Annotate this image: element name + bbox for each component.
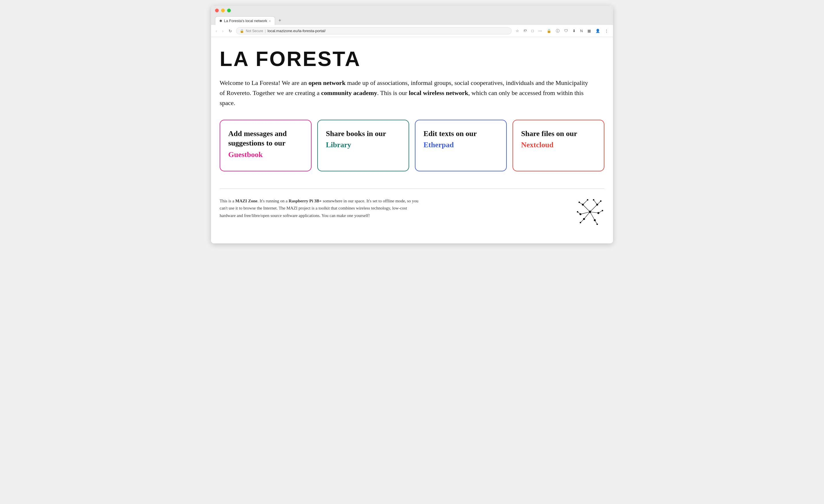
guestbook-link[interactable]: Guestbook — [228, 150, 303, 159]
library-card-title: Share books in our — [326, 129, 401, 139]
svg-line-4 — [584, 212, 590, 219]
intro-paragraph: Welcome to La Foresta! We are an open ne… — [220, 78, 593, 108]
security-icon: 🔒 — [240, 29, 244, 33]
tab-title: La Foresta's local network — [224, 19, 267, 23]
nextcloud-link[interactable]: Nextcloud — [521, 141, 596, 149]
close-window-button[interactable] — [215, 9, 219, 12]
library-link[interactable]: Library — [326, 141, 401, 149]
svg-point-27 — [580, 222, 581, 223]
svg-point-17 — [598, 212, 600, 214]
footer-text: This is a MAZI Zone. It's running on a R… — [220, 198, 421, 220]
url-display: local.mazizone.eu/la-foresta-portal/ — [268, 29, 326, 33]
download-icon[interactable]: ⬇ — [571, 28, 577, 33]
more-icon[interactable]: ⋯ — [537, 28, 543, 33]
minimize-window-button[interactable] — [221, 9, 225, 12]
etherpad-link[interactable]: Etherpad — [423, 141, 498, 149]
footer-divider — [220, 188, 604, 189]
tab-close-button[interactable]: × — [269, 19, 271, 23]
browser-toolbar-icons: ☆ f? □ ⋯ 🔒 ⓘ 🛡 ⬇ N ▦ 👤 ⋮ — [514, 28, 610, 34]
bookmark-icon[interactable]: ☆ — [514, 28, 520, 33]
not-secure-label: Not Secure — [246, 29, 263, 33]
svg-point-21 — [579, 202, 580, 203]
svg-point-24 — [593, 199, 594, 200]
svg-point-15 — [582, 204, 584, 206]
footer-text-part2: . It's running on a — [258, 199, 289, 203]
svg-line-5 — [581, 212, 590, 214]
info-icon[interactable]: ⓘ — [555, 28, 561, 34]
svg-point-23 — [600, 200, 602, 202]
etherpad-card[interactable]: Edit texts on our Etherpad — [415, 120, 507, 171]
title-bar: ✱ La Foresta's local network × + — [211, 6, 613, 25]
svg-point-22 — [587, 199, 588, 200]
footer-text-part1: This is a — [220, 199, 235, 203]
address-bar-row: ‹ › ↻ 🔒 Not Secure | local.mazizone.eu/l… — [211, 25, 613, 37]
svg-line-1 — [590, 205, 597, 212]
footer-row: This is a MAZI Zone. It's running on a R… — [220, 198, 604, 226]
tab-bar: ✱ La Foresta's local network × + — [215, 16, 609, 25]
svg-point-18 — [594, 219, 596, 221]
footer-bold-mazi: MAZI Zone — [235, 199, 258, 203]
tab-favicon: ✱ — [219, 19, 222, 23]
address-bar[interactable]: 🔒 Not Secure | local.mazizone.eu/la-fore… — [236, 27, 512, 34]
intro-text-part1: Welcome to La Foresta! We are an — [220, 79, 308, 86]
profile-icon[interactable]: 👤 — [594, 28, 601, 33]
nextcloud-card-title: Share files on our — [521, 129, 596, 139]
etherpad-card-title: Edit texts on our — [423, 129, 498, 139]
shield-icon[interactable]: 🛡 — [563, 28, 569, 33]
back-button[interactable]: ‹ — [214, 28, 218, 34]
svg-point-19 — [583, 218, 585, 220]
browser-window: ✱ La Foresta's local network × + ‹ › ↻ 🔒… — [211, 6, 613, 243]
password-icon[interactable]: 🔒 — [545, 28, 552, 33]
new-tab-button[interactable]: + — [275, 16, 285, 25]
guestbook-card[interactable]: Add messages and suggestions to our Gues… — [220, 120, 312, 171]
svg-point-14 — [589, 210, 591, 213]
footer-bold-raspberry: Raspberry Pi 3B+ — [289, 199, 322, 203]
svg-point-28 — [577, 211, 578, 212]
extensions-icon[interactable]: f? — [523, 28, 528, 33]
intro-bold-local-wireless: local wireless network — [409, 89, 468, 97]
mazi-logo — [576, 198, 604, 226]
grid-icon[interactable]: ▦ — [586, 28, 592, 33]
library-card[interactable]: Share books in our Library — [317, 120, 409, 171]
nextcloud-card[interactable]: Share files on our Nextcloud — [512, 120, 604, 171]
maximize-window-button[interactable] — [227, 9, 231, 12]
svg-line-0 — [583, 205, 590, 212]
intro-text-part3: . This is our — [377, 89, 409, 97]
active-tab[interactable]: ✱ La Foresta's local network × — [215, 16, 275, 25]
svg-line-2 — [590, 212, 598, 213]
intro-bold-open-network: open network — [308, 79, 345, 86]
n-icon[interactable]: N — [579, 28, 584, 33]
site-logo: LA FORESTA — [220, 48, 604, 69]
service-cards: Add messages and suggestions to our Gues… — [220, 120, 604, 171]
intro-bold-community-academy: community academy — [321, 89, 377, 97]
refresh-button[interactable]: ↻ — [227, 28, 233, 34]
page-content: LA FORESTA Welcome to La Foresta! We are… — [211, 37, 613, 243]
guestbook-card-title: Add messages and suggestions to our — [228, 129, 303, 148]
svg-point-26 — [597, 223, 598, 225]
url-separator: | — [265, 29, 266, 33]
svg-point-16 — [596, 204, 598, 206]
svg-line-7 — [583, 200, 588, 205]
menu-icon[interactable]: ⋮ — [604, 28, 610, 33]
svg-point-20 — [580, 213, 582, 215]
svg-point-25 — [602, 210, 603, 211]
cast-icon[interactable]: □ — [530, 28, 535, 33]
window-controls — [215, 9, 609, 12]
forward-button[interactable]: › — [221, 28, 225, 34]
svg-line-3 — [590, 212, 595, 220]
